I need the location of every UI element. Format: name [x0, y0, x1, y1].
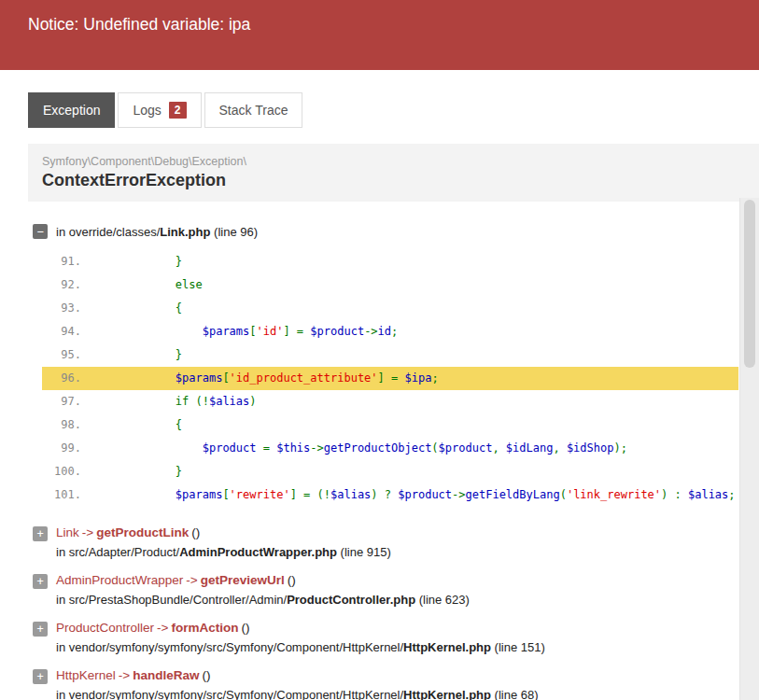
exception-header: Symfony\Component\Debug\Exception\ Conte… [28, 144, 759, 202]
frame-line: (line 623) [415, 593, 470, 607]
frame-line: (line 68) [491, 688, 539, 700]
code-line: 98. { [42, 413, 738, 437]
exception-class-name: ContextErrorException [42, 171, 745, 190]
code-line: 91. } [42, 250, 738, 273]
line-number: 94. [42, 320, 81, 343]
line-number: 93. [42, 297, 81, 320]
source-location: in override/classes/Link.php (line 96) [56, 225, 258, 239]
frame-path: in vendor/symfony/symfony/src/Symfony/Co… [56, 688, 403, 700]
frame-location: in src/Adapter/Product/AdminProductWrapp… [56, 545, 391, 559]
stack-frame: + HttpKernel->handleRaw() in vendor/symf… [33, 668, 759, 700]
tab-label: Exception [43, 103, 100, 118]
code-line: 99. $product = $this->getProductObject($… [42, 437, 738, 460]
stack-frames: + Link->getProductLink() in src/Adapter/… [28, 525, 759, 700]
code-line: 101. $params['rewrite'] = (!$alias) ? $p… [42, 483, 738, 507]
line-number: 92. [42, 273, 81, 297]
frame-line: (line 915) [337, 545, 391, 559]
stack-frame: + ProductController->formAction() in ven… [33, 621, 759, 654]
code-line: 97. if (!$alias) [42, 390, 738, 413]
frame-location: in src/PrestaShopBundle/Controller/Admin… [56, 593, 470, 607]
frame-location: in vendor/symfony/symfony/src/Symfony/Co… [56, 688, 539, 700]
frame-signature: ProductController->formAction() [56, 621, 545, 635]
frame-method: getProductLink [96, 525, 189, 539]
code-line: 95. } [42, 343, 738, 367]
tab-label: Stack Trace [219, 103, 288, 118]
line-number: 100. [42, 460, 81, 483]
line-number: 97. [42, 390, 81, 413]
frame-file: AdminProductWrapper.php [179, 545, 337, 559]
plus-icon[interactable]: + [33, 574, 48, 589]
frame-line: (line 151) [491, 640, 545, 654]
frame-class: HttpKernel [56, 668, 116, 682]
code-line: 100. } [42, 460, 738, 483]
code-line: 92. else [42, 273, 738, 297]
code-text: if (!$alias) [121, 390, 257, 413]
stack-frame: + Link->getProductLink() in src/Adapter/… [33, 525, 759, 559]
code-text: $product = $this->getProductObject($prod… [121, 437, 627, 460]
stack-frame: + AdminProductWrapper->getPreviewUrl() i… [33, 573, 759, 607]
code-text: } [121, 343, 182, 367]
scrollbar-thumb[interactable] [744, 200, 755, 368]
line-number: 91. [42, 250, 81, 273]
exception-namespace: Symfony\Component\Debug\Exception\ [42, 155, 745, 168]
code-line: 94. $params['id'] = $product->id; [42, 320, 738, 343]
arrow-icon: -> [82, 525, 93, 539]
error-banner: Notice: Undefined variable: ipa [0, 0, 759, 70]
trace-source-header: − in override/classes/Link.php (line 96) [33, 224, 759, 239]
plus-icon[interactable]: + [33, 622, 48, 637]
tab-label: Logs [133, 103, 161, 118]
frame-method: getPreviewUrl [201, 573, 285, 587]
frame-path: in src/PrestaShopBundle/Controller/Admin… [56, 593, 287, 607]
frame-class: AdminProductWrapper [56, 573, 183, 587]
line-number: 96. [42, 367, 81, 390]
error-message: Notice: Undefined variable: ipa [28, 15, 250, 34]
frame-args: () [288, 573, 296, 587]
line-number: 101. [42, 483, 81, 507]
code-text: $params['rewrite'] = (!$alias) ? $produc… [121, 483, 736, 507]
plus-icon[interactable]: + [33, 526, 48, 541]
code-text: } [121, 460, 182, 483]
frame-location: in vendor/symfony/symfony/src/Symfony/Co… [56, 640, 545, 654]
code-excerpt: 91. }92. else93. {94. $params['id'] = $p… [42, 250, 738, 507]
code-text: $params['id'] = $product->id; [121, 320, 398, 343]
frame-signature: AdminProductWrapper->getPreviewUrl() [56, 573, 470, 587]
line-number: 98. [42, 413, 81, 437]
line-number: 99. [42, 437, 81, 460]
minus-icon[interactable]: − [33, 224, 48, 239]
frame-path: in src/Adapter/Product/ [56, 545, 179, 559]
frame-file: ProductController.php [287, 593, 415, 607]
frame-class: ProductController [56, 621, 154, 635]
tab-exception[interactable]: Exception [28, 92, 115, 128]
frame-path: in vendor/symfony/symfony/src/Symfony/Co… [56, 640, 403, 654]
frame-args: () [241, 621, 249, 635]
frame-signature: Link->getProductLink() [56, 525, 391, 539]
frame-args: () [191, 525, 200, 539]
frame-file: HttpKernel.php [403, 640, 491, 654]
line-number: 95. [42, 343, 81, 367]
arrow-icon: -> [186, 573, 197, 587]
code-text: $params['id_product_attribute'] = $ipa; [121, 367, 439, 390]
code-line: 93. { [42, 297, 738, 320]
frame-file: HttpKernel.php [403, 688, 491, 700]
frame-class: Link [56, 525, 79, 539]
code-text: { [121, 413, 182, 437]
exception-panel: − in override/classes/Link.php (line 96)… [28, 202, 759, 700]
tab-bar: Exception Logs 2 Stack Trace [28, 92, 759, 128]
tab-logs[interactable]: Logs 2 [118, 92, 201, 128]
source-file: Link.php [160, 225, 210, 239]
arrow-icon: -> [119, 668, 130, 682]
frame-args: () [202, 668, 210, 682]
code-text: { [121, 297, 182, 320]
frame-method: handleRaw [133, 668, 199, 682]
source-line: (line 96) [210, 225, 258, 239]
tab-stack-trace[interactable]: Stack Trace [204, 92, 303, 128]
source-path: in override/classes/ [56, 225, 160, 239]
arrow-icon: -> [157, 621, 168, 635]
scrollbar[interactable] [739, 198, 759, 700]
code-text: } [121, 250, 182, 273]
code-line-highlighted: 96. $params['id_product_attribute'] = $i… [42, 367, 738, 390]
tab-badge: 2 [169, 102, 187, 119]
plus-icon[interactable]: + [33, 669, 48, 684]
frame-signature: HttpKernel->handleRaw() [56, 668, 539, 682]
frame-method: formAction [171, 621, 238, 635]
